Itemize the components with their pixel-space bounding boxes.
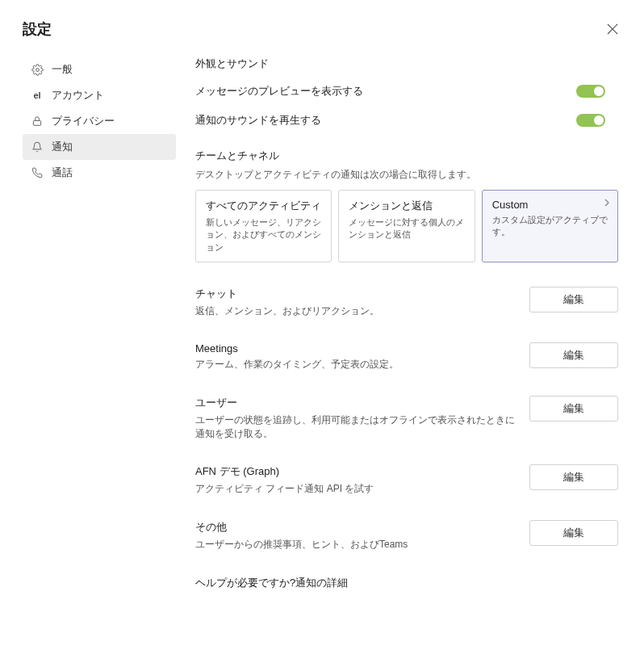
page-title: 設定	[23, 19, 52, 39]
svg-point-2	[36, 68, 39, 71]
phone-icon	[31, 166, 44, 179]
afn-desc: アクティビティ フィード通知 API を試す	[195, 482, 516, 496]
teams-description: デスクトップとアクティビティの通知は次の場合に取得します。	[195, 168, 618, 182]
sidebar-item-label: 一般	[52, 62, 73, 77]
lock-icon	[31, 115, 44, 128]
meetings-heading: Meetings	[195, 342, 516, 354]
toggle-knob	[594, 86, 604, 96]
account-icon: el	[31, 89, 44, 102]
svg-rect-3	[33, 120, 40, 125]
preview-toggle[interactable]	[576, 85, 605, 98]
gear-icon	[31, 63, 44, 76]
afn-heading: AFN デモ (Graph)	[195, 464, 516, 479]
sidebar-item-label: 通話	[52, 166, 73, 180]
card-desc: カスタム設定がアクティブです。	[492, 214, 608, 239]
chat-desc: 返信、メンション、およびリアクション。	[195, 304, 516, 318]
afn-edit-button[interactable]: 編集	[529, 464, 618, 490]
bell-icon	[31, 141, 44, 153]
sidebar-item-label: アカウント	[52, 88, 104, 103]
card-desc: 新しいメッセージ、リアクション、およびすべてのメンション	[206, 216, 321, 254]
sound-toggle-label: 通知のサウンドを再生する	[195, 113, 321, 128]
people-desc: ユーザーの状態を追跡し、利用可能またはオフラインで表示されたときに通知を受け取る…	[195, 413, 516, 441]
help-link[interactable]: ヘルプが必要ですか?通知の詳細	[195, 576, 618, 590]
sidebar-item-calls[interactable]: 通話	[23, 160, 176, 186]
sidebar-item-notifications[interactable]: 通知	[23, 134, 176, 160]
other-desc: ユーザーからの推奨事項、ヒント、およびTeams	[195, 538, 516, 552]
card-title: Custom	[492, 199, 608, 211]
chat-heading: チャット	[195, 287, 516, 301]
appearance-heading: 外観とサウンド	[195, 57, 618, 71]
card-desc: メッセージに対する個人のメンションと返信	[349, 216, 464, 241]
settings-header: 設定	[23, 19, 621, 39]
sidebar-item-account[interactable]: el アカウント	[23, 82, 176, 108]
sidebar-item-label: プライバシー	[52, 114, 115, 128]
preview-toggle-label: メッセージのプレビューを表示する	[195, 84, 363, 99]
notification-card-mentions[interactable]: メンションと返信 メッセージに対する個人のメンションと返信	[338, 190, 475, 262]
close-icon	[607, 23, 618, 35]
other-heading: その他	[195, 520, 516, 535]
toggle-knob	[594, 115, 604, 125]
teams-heading: チームとチャネル	[195, 149, 618, 163]
notification-card-custom[interactable]: Custom カスタム設定がアクティブです。	[482, 190, 618, 262]
close-button[interactable]	[604, 20, 621, 38]
sidebar-item-privacy[interactable]: プライバシー	[23, 108, 176, 134]
chevron-right-icon	[603, 199, 611, 207]
notification-card-all[interactable]: すべてのアクティビティ 新しいメッセージ、リアクション、およびすべてのメンション	[195, 190, 332, 262]
other-edit-button[interactable]: 編集	[529, 520, 618, 546]
settings-sidebar: 一般 el アカウント プライバシー 通知	[23, 57, 176, 646]
settings-main: 外観とサウンド メッセージのプレビューを表示する 通知のサウンドを再生する チー…	[195, 57, 621, 646]
meetings-edit-button[interactable]: 編集	[529, 342, 618, 368]
people-edit-button[interactable]: 編集	[529, 396, 618, 422]
card-title: メンションと返信	[349, 199, 464, 213]
people-heading: ユーザー	[195, 396, 516, 410]
card-title: すべてのアクティビティ	[206, 199, 321, 213]
chat-edit-button[interactable]: 編集	[529, 287, 618, 313]
sound-toggle[interactable]	[576, 114, 605, 127]
sidebar-item-general[interactable]: 一般	[23, 57, 176, 82]
meetings-desc: アラーム、作業のタイミング、予定表の設定。	[195, 358, 516, 371]
sidebar-item-label: 通知	[52, 140, 73, 154]
